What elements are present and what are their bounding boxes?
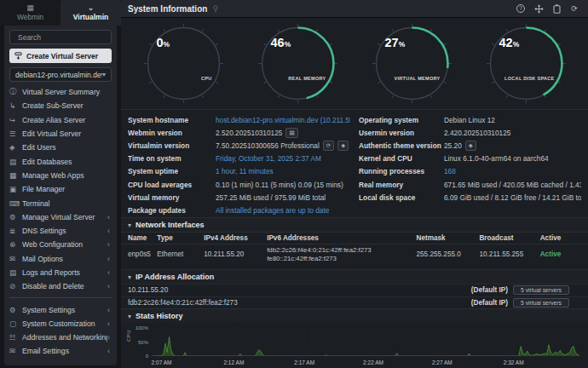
submenu-chevron-icon: ‹ bbox=[107, 268, 112, 277]
ip-allocation-rows: 10.211.55.20(Default IP)5 virtual server… bbox=[121, 284, 588, 308]
submenu-chevron-icon: ‹ bbox=[107, 333, 112, 342]
network-interfaces-header[interactable]: ▾ Network Interfaces bbox=[121, 218, 588, 232]
submenu-chevron-icon: ‹ bbox=[107, 240, 112, 249]
virtual-servers-button[interactable]: 5 virtual servers bbox=[513, 298, 569, 308]
pin-icon bbox=[212, 5, 219, 13]
info-link[interactable]: Friday, October 31, 2025 2:37 AM bbox=[216, 154, 321, 163]
default-ip-tag: (Default IP) bbox=[471, 299, 508, 307]
stats-history-title: Stats History bbox=[135, 312, 183, 320]
submenu-chevron-icon: ‹ bbox=[107, 255, 112, 263]
virtualmin-refresh-button[interactable]: ⟳ bbox=[323, 141, 334, 151]
menu-divider bbox=[9, 297, 112, 298]
sidebar-item-label: System Settings bbox=[22, 306, 107, 314]
virtual-servers-button[interactable]: 5 virtual servers bbox=[513, 285, 569, 295]
info-row-system-uptime: System uptime1 hour, 11 minutes bbox=[128, 165, 350, 178]
tab-virtualmin-label: Virtualmin bbox=[73, 13, 108, 21]
page-header: System Information ? bbox=[121, 0, 588, 18]
sidebar-item-virtual-server-summary[interactable]: ⓘVirtual Server Summary bbox=[9, 85, 112, 99]
net-cell-active: Active bbox=[537, 244, 588, 265]
sidebar-item-system-settings[interactable]: ⚙System Settings‹ bbox=[9, 302, 112, 316]
sidebar-item-create-alias-server[interactable]: ↪Create Alias Server bbox=[9, 113, 112, 127]
info-row-kernel-and-cpu: Kernel and CPULinux 6.1.0-40-arm64 on aa… bbox=[359, 152, 581, 165]
sidebar-item-edit-users[interactable]: ◈Edit Users bbox=[9, 141, 112, 154]
stats-chart: CPU 100%50%0 2:07 AM2:12 AM2:17 AM2:22 A… bbox=[128, 326, 581, 367]
sidebar-item-edit-virtual-server[interactable]: ☰Edit Virtual Server bbox=[9, 127, 112, 141]
gauge-label: REAL MEMORY bbox=[288, 76, 326, 81]
info-label: Local disk space bbox=[359, 193, 444, 202]
sidebar-item-addresses-and-networking[interactable]: ☷Addresses and Networking‹ bbox=[9, 331, 112, 344]
sidebar-item-system-customization[interactable]: ▢System Customization‹ bbox=[9, 317, 112, 331]
create-virtual-server-button[interactable]: Create Virtual Server bbox=[9, 49, 112, 63]
clipboard-button[interactable] bbox=[550, 3, 563, 14]
sidebar-item-web-configuration[interactable]: ⊕Web Configuration‹ bbox=[9, 238, 112, 251]
clipboard-icon bbox=[553, 4, 561, 14]
move-button[interactable] bbox=[532, 3, 545, 14]
net-col-ipv6-addresses: IPv6 Addresses bbox=[263, 233, 412, 244]
sidebar-item-disable-and-delete[interactable]: ⊘Disable and Delete‹ bbox=[9, 279, 112, 293]
info-row-virtualmin-version: Virtualmin version7.50.202510300656 Prof… bbox=[128, 139, 350, 152]
refresh-button[interactable]: ⟳ bbox=[568, 3, 581, 14]
theme-changelog-button[interactable]: ◈ bbox=[465, 141, 476, 151]
sidebar-item-manage-virtual-server[interactable]: ⚙Manage Virtual Server‹ bbox=[9, 210, 112, 224]
sidebar-item-label: Create Alias Server bbox=[22, 116, 112, 124]
tab-webmin-label: Webmin bbox=[17, 13, 43, 21]
info-row-running-processes: Running processes168 bbox=[359, 165, 581, 178]
sidebar-item-label: Addresses and Networking bbox=[22, 333, 107, 342]
chart-x-tick: 2:27 AM bbox=[432, 359, 453, 365]
webmin-changelog-button[interactable]: ▤ bbox=[285, 128, 297, 138]
info-link[interactable]: 168 bbox=[444, 167, 456, 175]
chart-x-axis-labels: 2:07 AM2:12 AM2:17 AM2:22 AM2:27 AM2:32 … bbox=[152, 358, 579, 367]
sidebar-item-label: System Customization bbox=[22, 319, 107, 328]
chart-x-tick: 2:12 AM bbox=[223, 359, 244, 365]
sidebar-panel: Create Virtual Server debian12-pro.virtu… bbox=[4, 26, 117, 365]
sidebar-item-manage-web-apps[interactable]: ▦Manage Web Apps bbox=[9, 169, 112, 182]
sidebar-item-file-manager[interactable]: ▣File Manager bbox=[9, 182, 112, 196]
ip-address: 10.211.55.20 bbox=[128, 286, 471, 294]
sidebar-item-label: Web Configuration bbox=[22, 240, 107, 249]
ip-allocation-header[interactable]: ▾ IP Address Allocation bbox=[121, 270, 588, 284]
grid-icon: ▦ bbox=[26, 4, 34, 12]
gauge-value: 27% bbox=[385, 36, 406, 49]
main-content: System Information ? bbox=[121, 0, 588, 368]
info-link[interactable]: host.debian12-pro.virtualmin.dev (10.211… bbox=[216, 116, 350, 124]
stats-history-header[interactable]: ▾ Stats History bbox=[121, 309, 588, 323]
gauge-ring bbox=[142, 22, 225, 105]
users-icon: ◈ bbox=[9, 143, 22, 152]
info-row-package-updates: Package updatesAll installed packages ar… bbox=[128, 204, 350, 216]
sidebar-item-mail-options[interactable]: ✉Mail Options‹ bbox=[9, 252, 112, 266]
sidebar-item-label: Logs and Reports bbox=[22, 268, 107, 277]
gauge-ring bbox=[485, 22, 568, 105]
info-circle-icon: ⓘ bbox=[9, 87, 22, 97]
chart-x-tick: 2:17 AM bbox=[294, 359, 314, 365]
info-label: CPU load averages bbox=[128, 181, 216, 189]
tab-virtualmin[interactable]: ⌄ Virtualmin bbox=[61, 0, 121, 26]
sidebar-item-label: Create Sub-Server bbox=[22, 101, 112, 110]
server-select[interactable]: debian12-pro.virtualmin.dev ▾ bbox=[9, 67, 112, 82]
info-row-webmin-version: Webmin version2.520.202510310125▤ bbox=[128, 126, 350, 139]
search-box[interactable] bbox=[9, 30, 112, 44]
sidebar-item-dns-settings[interactable]: ≣DNS Settings‹ bbox=[9, 224, 112, 238]
sidebar-item-create-sub-server[interactable]: ↳Create Sub-Server bbox=[9, 99, 112, 112]
info-value: Debian Linux 12 bbox=[444, 116, 495, 124]
sidebar-item-edit-databases[interactable]: ▤Edit Databases bbox=[9, 154, 112, 168]
sidebar-item-terminal[interactable]: ⌨Terminal bbox=[9, 196, 112, 210]
virtualmin-license-button[interactable]: ◈ bbox=[337, 141, 349, 151]
info-label: Virtualmin version bbox=[128, 141, 216, 150]
sub-server-icon: ↳ bbox=[9, 101, 22, 110]
network-interfaces-section: ▾ Network Interfaces NameTypeIPv4 Addres… bbox=[121, 217, 588, 269]
info-link[interactable]: All installed packages are up to date bbox=[216, 206, 329, 215]
net-cell-netmask: 255.255.255.0 bbox=[412, 244, 476, 265]
info-label: System uptime bbox=[128, 167, 216, 175]
info-link[interactable]: 1 hour, 11 minutes bbox=[216, 167, 274, 175]
sidebar-item-email-settings[interactable]: ✉Email Settings‹ bbox=[9, 344, 112, 358]
create-server-icon bbox=[14, 52, 22, 60]
info-label: Real memory bbox=[359, 181, 444, 189]
sidebar-item-logs-and-reports[interactable]: ▤Logs and Reports‹ bbox=[9, 266, 112, 279]
info-label: Time on system bbox=[128, 154, 216, 163]
sidebar-item-label: Disable and Delete bbox=[22, 282, 107, 290]
search-input[interactable] bbox=[18, 33, 112, 42]
chart-y-tick: 100% bbox=[135, 325, 148, 331]
tab-webmin[interactable]: ▦ Webmin bbox=[0, 0, 61, 26]
help-button[interactable]: ? bbox=[514, 3, 527, 14]
network-interfaces-title: Network Interfaces bbox=[135, 221, 205, 229]
